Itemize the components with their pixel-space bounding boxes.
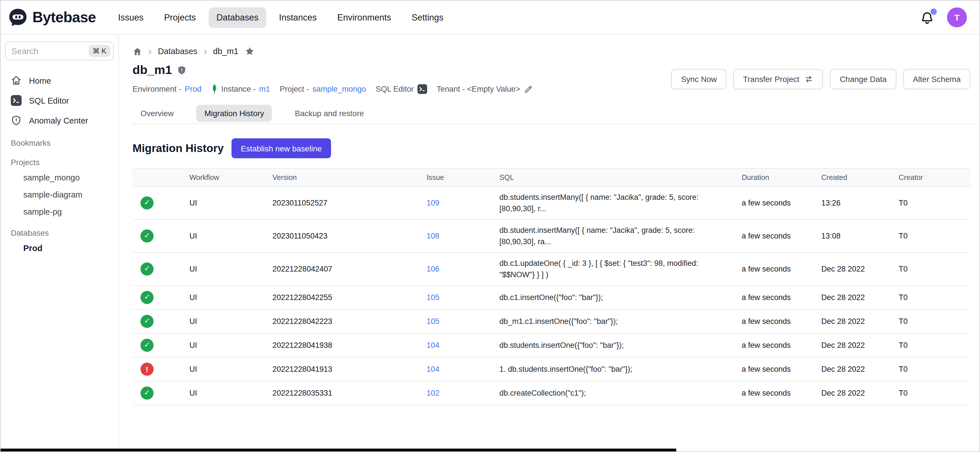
version-cell: 2023011050423 [266, 219, 420, 252]
search-box: ⌘ K [5, 42, 114, 60]
user-avatar[interactable]: T [947, 7, 967, 27]
workflow-cell: UI [183, 286, 266, 310]
sidebar-item-anomaly-center[interactable]: Anomaly Center [5, 110, 114, 130]
issue-link[interactable]: 104 [426, 365, 439, 374]
table-row[interactable]: UI 20221228042407 106 db.c1.updateOne( {… [132, 253, 970, 286]
breadcrumb-home-icon[interactable] [132, 46, 142, 56]
home-icon [11, 75, 22, 86]
establish-baseline-label: Establish new baseline [241, 144, 322, 153]
tab-overview[interactable]: Overview [132, 105, 182, 122]
sql-editor-label: SQL Editor [375, 85, 414, 93]
nav-environments[interactable]: Environments [330, 7, 399, 28]
created-cell: Dec 28 2022 [815, 286, 892, 310]
duration-cell: a few seconds [735, 286, 815, 310]
sync-now-label: Sync Now [681, 74, 717, 83]
nav-issues[interactable]: Issues [111, 7, 151, 28]
status-error-icon [140, 363, 154, 376]
created-cell: Dec 28 2022 [815, 253, 892, 286]
transfer-project-button[interactable]: Transfer Project [733, 69, 823, 89]
breadcrumb: › Databases › db_m1 [132, 44, 970, 56]
nav-settings[interactable]: Settings [404, 7, 451, 28]
tenant-label: Tenant - <Empty Value> [436, 85, 520, 93]
nav-instances[interactable]: Instances [272, 7, 324, 28]
establish-baseline-button[interactable]: Establish new baseline [232, 138, 331, 158]
sidebar-database-prod[interactable]: Prod [5, 240, 114, 257]
sidebar-item-sql-editor[interactable]: SQL Editor [5, 91, 114, 110]
database-tabs: Overview Migration History Backup and re… [132, 105, 977, 124]
breadcrumb-databases[interactable]: Databases [158, 47, 197, 56]
migration-history-heading: Migration History [132, 142, 224, 155]
alter-schema-label: Alter Schema [913, 74, 961, 83]
col-version: Version [266, 168, 420, 187]
transfer-arrows-icon [805, 74, 814, 83]
shield-status-icon [177, 65, 187, 75]
change-data-button[interactable]: Change Data [830, 69, 896, 89]
table-row[interactable]: UI 20221228041938 104 db.students.insert… [132, 334, 970, 358]
table-row[interactable]: UI 20221228042223 105 db_m1.c1.insertOne… [132, 310, 970, 334]
notification-bell-button[interactable] [920, 10, 934, 25]
issue-link[interactable]: 106 [426, 265, 439, 273]
duration-cell: a few seconds [735, 219, 815, 252]
created-cell: Dec 28 2022 [815, 358, 892, 382]
issue-link[interactable]: 104 [426, 341, 439, 350]
workflow-cell: UI [183, 382, 266, 405]
sql-cell: db.students.insertMany([ { name: "Jacika… [493, 187, 735, 219]
sidebar-item-home[interactable]: Home [5, 70, 114, 91]
table-row[interactable]: UI 2023011052527 109 db.students.insertM… [132, 187, 970, 219]
sidebar-project-sample-pg[interactable]: sample-pg [5, 203, 114, 220]
instance-link[interactable]: m1 [259, 85, 270, 93]
version-cell: 2023011052527 [266, 187, 420, 219]
page-title: db_m1 [132, 63, 172, 77]
top-navbar: Bytebase Issues Projects Databases Insta… [0, 0, 980, 35]
creator-cell: T0 [892, 334, 970, 358]
sidebar-section-bookmarks: Bookmarks [5, 134, 114, 150]
table-row[interactable]: UI 20221228042255 105 db.c1.insertOne({"… [132, 286, 970, 310]
environment-link[interactable]: Prod [185, 85, 201, 93]
nav-databases[interactable]: Databases [209, 7, 266, 28]
sidebar-nav: Home SQL Editor Anomal [5, 70, 114, 130]
change-data-label: Change Data [840, 74, 887, 83]
creator-cell: T0 [892, 382, 970, 405]
meta-sql-editor-link[interactable]: SQL Editor [375, 84, 427, 94]
sidebar-item-label: Home [29, 76, 51, 85]
col-status [132, 168, 183, 187]
shield-alert-icon [11, 115, 22, 126]
workflow-cell: UI [183, 187, 266, 219]
terminal-icon [11, 95, 22, 106]
bytebase-logo-icon [8, 8, 27, 27]
search-input[interactable] [11, 46, 85, 56]
status-success-icon [140, 263, 154, 276]
sidebar-project-sample-mongo[interactable]: sample_mongo [5, 169, 114, 186]
tab-migration-history[interactable]: Migration History [197, 105, 272, 122]
database-meta-row: Environment - Prod Instance - m1 [132, 84, 533, 94]
sync-now-button[interactable]: Sync Now [671, 69, 727, 89]
creator-cell: T0 [892, 310, 970, 334]
sidebar-project-sample-diagram[interactable]: sample-diagram [5, 186, 114, 203]
version-cell: 20221228041938 [266, 334, 420, 358]
bookmark-star-icon[interactable] [245, 46, 255, 56]
alter-schema-button[interactable]: Alter Schema [903, 69, 970, 89]
issue-link[interactable]: 102 [426, 389, 439, 397]
creator-cell: T0 [892, 219, 970, 252]
table-row[interactable]: UI 2023011050423 108 db.student.insertMa… [132, 219, 970, 252]
edit-pencil-icon[interactable] [523, 85, 533, 94]
issue-link[interactable]: 109 [426, 199, 439, 207]
issue-link[interactable]: 108 [426, 232, 439, 240]
sql-cell: db_m1.c1.insertOne({"foo": "bar"}); [493, 310, 735, 334]
page-header: db_m1 Environment - Prod [132, 63, 970, 94]
project-link[interactable]: sample_mongo [312, 85, 366, 93]
workflow-cell: UI [183, 219, 266, 252]
version-cell: 20221228042255 [266, 286, 420, 310]
issue-link[interactable]: 105 [426, 293, 439, 302]
meta-project: Project - sample_mongo [280, 85, 366, 93]
workflow-cell: UI [183, 310, 266, 334]
breadcrumb-current: db_m1 [213, 47, 238, 56]
table-row[interactable]: UI 20221228035331 102 db.createCollectio… [132, 382, 970, 405]
status-success-icon [140, 196, 154, 209]
bytebase-logo[interactable]: Bytebase [8, 8, 96, 27]
table-row[interactable]: UI 20221228041913 104 1. db.students.ins… [132, 358, 970, 382]
tab-backup-and-restore[interactable]: Backup and restore [287, 105, 372, 122]
nav-projects[interactable]: Projects [157, 7, 203, 28]
sql-cell: db.student.insertMany([ { name: "Jacika"… [493, 219, 735, 252]
issue-link[interactable]: 105 [426, 317, 439, 326]
